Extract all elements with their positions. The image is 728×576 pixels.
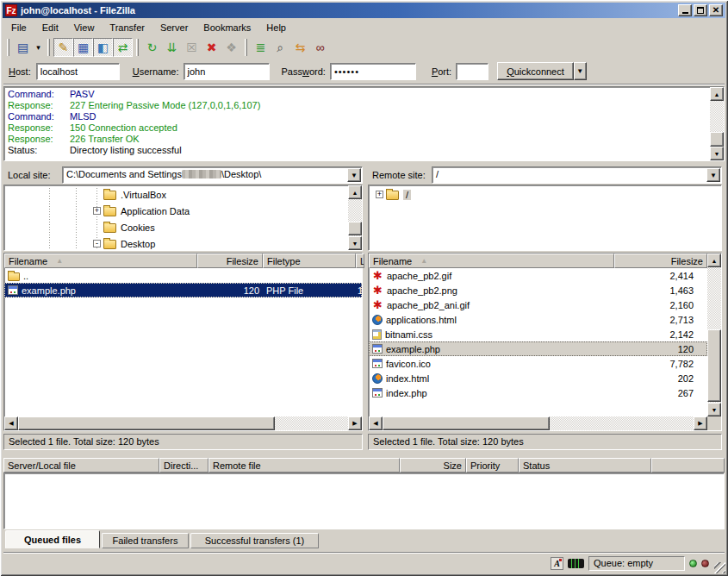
column-header-priority[interactable]: Priority (466, 458, 519, 473)
scroll-thumb[interactable] (18, 416, 275, 430)
local-list-hscrollbar[interactable]: ◀ ▶ (4, 416, 362, 430)
scroll-right-icon[interactable]: ▶ (694, 416, 707, 430)
tree-item-root[interactable]: + / (373, 186, 411, 203)
host-label: Host: (9, 66, 31, 77)
scroll-right-icon[interactable]: ▶ (348, 416, 362, 430)
close-button[interactable]: ✕ (709, 4, 723, 16)
sync-browsing-button[interactable]: ⇆ (290, 38, 310, 57)
file-row-example-php[interactable]: example.php120 (369, 341, 707, 356)
toggle-queue-button[interactable]: ⇄ (113, 38, 133, 57)
combo-dropdown-icon[interactable]: ▼ (706, 168, 720, 182)
scroll-up-icon[interactable]: ▲ (348, 185, 362, 199)
scroll-down-icon[interactable]: ▼ (348, 236, 362, 250)
tree-item-virtualbox[interactable]: .VirtualBox (90, 186, 166, 203)
column-header-size[interactable]: Size (400, 458, 466, 473)
password-label: Password: (282, 66, 326, 77)
refresh-button[interactable]: ↻ (142, 38, 162, 57)
disconnect-button[interactable]: ✖ (202, 38, 221, 57)
column-header-filesize[interactable]: Filesize (614, 254, 707, 268)
remote-path-combobox[interactable]: / ▼ (432, 166, 722, 184)
quickconnect-dropdown-button[interactable]: ▼ (574, 62, 587, 80)
column-header-filesize[interactable]: Filesize (197, 254, 263, 268)
password-input[interactable]: •••••• (330, 63, 416, 80)
column-header-server-local-file[interactable]: Server/Local file (3, 458, 159, 473)
tree-item-cookies[interactable]: Cookies (90, 219, 155, 235)
file-row-parent[interactable]: .. (4, 268, 362, 283)
scroll-thumb[interactable] (707, 329, 721, 402)
port-input[interactable] (456, 63, 488, 80)
tab-queued-files[interactable]: Queued files (5, 530, 100, 548)
menu-edit[interactable]: Edit (34, 21, 66, 34)
expand-plus-icon[interactable]: + (376, 191, 383, 198)
toggle-remote-tree-button[interactable]: ◧ (93, 38, 113, 57)
menu-bookmarks[interactable]: Bookmarks (196, 21, 258, 34)
log-scrollbar[interactable]: ▲ ▼ (710, 87, 724, 160)
menu-file[interactable]: File (3, 21, 34, 34)
cancel-button[interactable]: ☒ (182, 38, 202, 57)
column-header-remote-file[interactable]: Remote file (208, 458, 400, 473)
menu-help[interactable]: Help (258, 21, 294, 34)
reconnect-button[interactable]: ❖ (221, 38, 241, 57)
scroll-down-icon[interactable]: ▼ (707, 403, 721, 416)
file-row[interactable]: ✱apache_pb2_ani.gif2,160 (369, 297, 707, 312)
tab-successful-transfers[interactable]: Successful transfers (1) (190, 533, 319, 548)
site-manager-button[interactable]: ▤ (13, 38, 33, 57)
menu-server[interactable]: Server (152, 21, 196, 34)
site-manager-dropdown-button[interactable]: ▾ (33, 38, 44, 57)
file-row[interactable]: bitnami.css2,142 (369, 327, 707, 341)
scroll-left-icon[interactable]: ◀ (4, 416, 18, 430)
file-row[interactable]: ✱apache_pb2.gif2,414 (369, 268, 707, 283)
speed-limit-icon[interactable] (568, 559, 584, 568)
directory-comparison-button[interactable]: ≣ (251, 38, 271, 57)
menu-transfer[interactable]: Transfer (102, 21, 152, 34)
file-row[interactable]: index.html202 (369, 371, 707, 385)
minimize-button[interactable] (678, 4, 692, 16)
datatype-ascii-icon[interactable]: A (551, 557, 563, 570)
scroll-down-icon[interactable]: ▼ (710, 147, 724, 160)
collapse-minus-icon[interactable]: - (93, 240, 101, 247)
reconnect-icon: ❖ (226, 41, 237, 53)
queue-list[interactable] (3, 473, 725, 529)
column-header-status[interactable]: Status (519, 458, 651, 473)
file-row-example-php[interactable]: example.php 120 PHP File 1 (4, 283, 362, 297)
column-header-filename[interactable]: Filename▲ (4, 254, 197, 268)
scroll-thumb[interactable] (383, 416, 550, 430)
remote-list-hscrollbar[interactable]: ◀ ▶ (369, 416, 707, 430)
username-input[interactable]: john (184, 63, 270, 80)
chevron-down-icon: ▾ (36, 44, 40, 52)
scroll-up-icon[interactable]: ▲ (710, 87, 724, 101)
scroll-left-icon[interactable]: ◀ (369, 416, 383, 430)
file-row[interactable]: ✱apache_pb2.png1,463 (369, 283, 707, 297)
file-row[interactable]: applications.html2,713 (369, 312, 707, 327)
scroll-thumb[interactable] (348, 222, 362, 235)
column-header-lastmodified[interactable]: L (356, 254, 364, 268)
tab-failed-transfers[interactable]: Failed transfers (102, 533, 189, 548)
scroll-thumb[interactable] (710, 132, 724, 147)
maximize-button[interactable] (694, 4, 707, 16)
scroll-up-icon[interactable]: ▲ (707, 254, 721, 267)
host-input[interactable]: localhost (36, 63, 120, 80)
log-line: Status:Directory listing successful (4, 145, 724, 156)
local-tree-scrollbar[interactable]: ▲ ▼ (348, 185, 362, 250)
combo-dropdown-icon[interactable]: ▼ (347, 168, 361, 182)
quickconnect-button[interactable]: Quickconnect (497, 62, 574, 80)
find-files-button[interactable]: ⌕ (271, 38, 290, 57)
column-header-filename[interactable]: Filename▲ (369, 254, 614, 268)
toggle-message-log-button[interactable]: ✎ (53, 38, 73, 57)
resize-grip[interactable] (714, 562, 725, 573)
column-header-filetype[interactable]: Filetype (263, 254, 356, 268)
process-queue-button[interactable]: ⇊ (162, 38, 182, 57)
toggle-local-tree-button[interactable]: ▦ (73, 38, 93, 57)
local-path-combobox[interactable]: C:\Documents and Settings\Desktop\ ▼ (62, 166, 363, 184)
app-icon[interactable]: Fz (5, 4, 17, 16)
expand-plus-icon[interactable]: + (93, 207, 101, 215)
remote-list-vscrollbar[interactable]: ▲ ▼ (707, 254, 721, 416)
search-button[interactable]: ∞ (310, 38, 330, 57)
title-bar[interactable]: Fz john@localhost - FileZilla ✕ (3, 3, 725, 18)
column-header-direction[interactable]: Directi... (159, 458, 208, 473)
file-row[interactable]: favicon.ico7,782 (369, 356, 707, 371)
file-row[interactable]: index.php267 (369, 385, 707, 400)
tree-item-application-data[interactable]: + Application Data (90, 203, 190, 219)
tree-item-desktop[interactable]: - Desktop (90, 235, 155, 252)
menu-view[interactable]: View (66, 21, 103, 34)
